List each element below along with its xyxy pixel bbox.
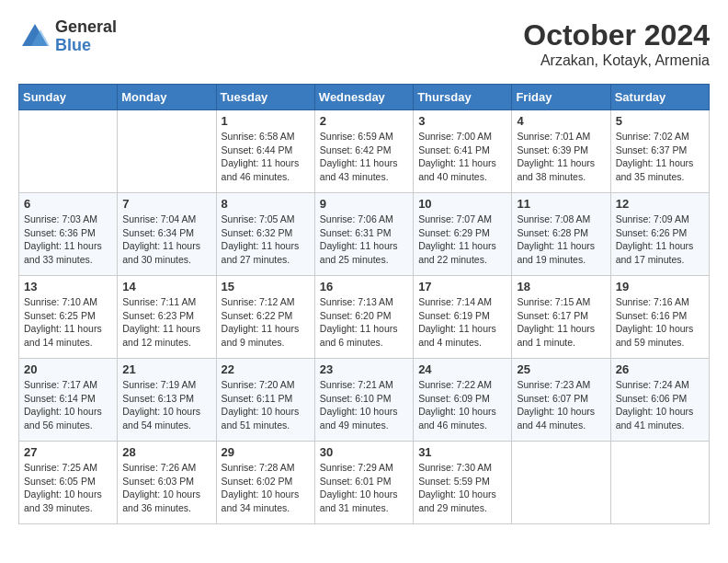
day-number: 12 <box>616 197 704 211</box>
calendar-cell: 6Sunrise: 7:03 AMSunset: 6:36 PMDaylight… <box>19 193 118 276</box>
cell-info: Sunrise: 7:05 AMSunset: 6:32 PMDaylight:… <box>222 213 310 267</box>
day-number: 29 <box>222 445 310 459</box>
day-number: 30 <box>320 445 408 459</box>
day-number: 11 <box>517 197 605 211</box>
cell-info: Sunrise: 7:09 AMSunset: 6:26 PMDaylight:… <box>616 213 704 267</box>
day-number: 24 <box>418 362 506 376</box>
calendar-cell: 4Sunrise: 7:01 AMSunset: 6:39 PMDaylight… <box>512 110 610 193</box>
calendar-cell <box>118 110 216 193</box>
cell-info: Sunrise: 7:28 AMSunset: 6:02 PMDaylight:… <box>222 461 310 515</box>
calendar-cell: 2Sunrise: 6:59 AMSunset: 6:42 PMDaylight… <box>314 110 413 193</box>
cell-info: Sunrise: 7:22 AMSunset: 6:09 PMDaylight:… <box>418 378 506 432</box>
day-number: 4 <box>517 114 605 128</box>
week-row-2: 6Sunrise: 7:03 AMSunset: 6:36 PMDaylight… <box>19 193 710 276</box>
day-number: 19 <box>616 280 704 293</box>
cell-info: Sunrise: 7:20 AMSunset: 6:11 PMDaylight:… <box>222 378 310 432</box>
calendar-cell: 8Sunrise: 7:05 AMSunset: 6:32 PMDaylight… <box>216 193 314 276</box>
day-number: 3 <box>418 114 506 128</box>
day-number: 5 <box>616 114 704 128</box>
calendar-cell: 18Sunrise: 7:15 AMSunset: 6:17 PMDayligh… <box>512 276 610 359</box>
calendar-cell: 26Sunrise: 7:24 AMSunset: 6:06 PMDayligh… <box>610 359 709 442</box>
calendar-cell: 16Sunrise: 7:13 AMSunset: 6:20 PMDayligh… <box>314 276 413 359</box>
cell-info: Sunrise: 7:01 AMSunset: 6:39 PMDaylight:… <box>517 130 605 184</box>
week-row-1: 1Sunrise: 6:58 AMSunset: 6:44 PMDaylight… <box>19 110 710 193</box>
calendar-cell: 14Sunrise: 7:11 AMSunset: 6:23 PMDayligh… <box>118 276 216 359</box>
day-number: 9 <box>320 197 408 211</box>
day-number: 27 <box>24 445 112 459</box>
logo-text: General Blue <box>55 18 117 55</box>
location-title: Arzakan, Kotayk, Armenia <box>523 52 710 69</box>
calendar-cell: 15Sunrise: 7:12 AMSunset: 6:22 PMDayligh… <box>216 276 314 359</box>
day-number: 21 <box>122 362 210 376</box>
month-title: October 2024 <box>523 18 710 52</box>
calendar-cell <box>512 442 610 524</box>
cell-info: Sunrise: 7:02 AMSunset: 6:37 PMDaylight:… <box>616 130 704 184</box>
cell-info: Sunrise: 6:58 AMSunset: 6:44 PMDaylight:… <box>222 130 310 184</box>
logo: General Blue <box>18 18 117 55</box>
cell-info: Sunrise: 7:23 AMSunset: 6:07 PMDaylight:… <box>517 378 605 432</box>
day-number: 14 <box>122 280 210 293</box>
calendar-cell <box>610 442 709 524</box>
day-number: 25 <box>517 362 605 376</box>
calendar-cell: 27Sunrise: 7:25 AMSunset: 6:05 PMDayligh… <box>19 442 118 524</box>
day-number: 2 <box>320 114 408 128</box>
cell-info: Sunrise: 7:24 AMSunset: 6:06 PMDaylight:… <box>616 378 704 432</box>
cell-info: Sunrise: 7:13 AMSunset: 6:20 PMDaylight:… <box>320 295 408 350</box>
calendar-cell: 24Sunrise: 7:22 AMSunset: 6:09 PMDayligh… <box>414 359 512 442</box>
day-number: 31 <box>418 445 506 459</box>
weekday-header-saturday: Saturday <box>610 85 709 110</box>
calendar-cell: 3Sunrise: 7:00 AMSunset: 6:41 PMDaylight… <box>414 110 512 193</box>
calendar-cell: 23Sunrise: 7:21 AMSunset: 6:10 PMDayligh… <box>314 359 413 442</box>
day-number: 1 <box>222 114 310 128</box>
weekday-header-thursday: Thursday <box>414 85 512 110</box>
cell-info: Sunrise: 7:14 AMSunset: 6:19 PMDaylight:… <box>418 295 506 350</box>
calendar-cell: 13Sunrise: 7:10 AMSunset: 6:25 PMDayligh… <box>19 276 118 359</box>
cell-info: Sunrise: 7:25 AMSunset: 6:05 PMDaylight:… <box>24 461 112 515</box>
weekday-header-friday: Friday <box>512 85 610 110</box>
calendar-cell: 28Sunrise: 7:26 AMSunset: 6:03 PMDayligh… <box>118 442 216 524</box>
day-number: 23 <box>320 362 408 376</box>
calendar-cell: 12Sunrise: 7:09 AMSunset: 6:26 PMDayligh… <box>610 193 709 276</box>
cell-info: Sunrise: 7:10 AMSunset: 6:25 PMDaylight:… <box>24 295 112 350</box>
weekday-header-row: SundayMondayTuesdayWednesdayThursdayFrid… <box>19 85 710 110</box>
day-number: 18 <box>517 280 605 293</box>
day-number: 8 <box>222 197 310 211</box>
calendar-cell: 9Sunrise: 7:06 AMSunset: 6:31 PMDaylight… <box>314 193 413 276</box>
calendar-cell: 1Sunrise: 6:58 AMSunset: 6:44 PMDaylight… <box>216 110 314 193</box>
weekday-header-sunday: Sunday <box>19 85 118 110</box>
day-number: 7 <box>122 197 210 211</box>
calendar-cell: 10Sunrise: 7:07 AMSunset: 6:29 PMDayligh… <box>414 193 512 276</box>
day-number: 10 <box>418 197 506 211</box>
cell-info: Sunrise: 7:11 AMSunset: 6:23 PMDaylight:… <box>122 295 210 350</box>
cell-info: Sunrise: 7:15 AMSunset: 6:17 PMDaylight:… <box>517 295 605 350</box>
day-number: 26 <box>616 362 704 376</box>
cell-info: Sunrise: 7:16 AMSunset: 6:16 PMDaylight:… <box>616 295 704 350</box>
day-number: 15 <box>222 280 310 293</box>
title-area: October 2024 Arzakan, Kotayk, Armenia <box>523 18 710 69</box>
cell-info: Sunrise: 7:03 AMSunset: 6:36 PMDaylight:… <box>24 213 112 267</box>
weekday-header-tuesday: Tuesday <box>216 85 314 110</box>
calendar-cell: 29Sunrise: 7:28 AMSunset: 6:02 PMDayligh… <box>216 442 314 524</box>
cell-info: Sunrise: 7:04 AMSunset: 6:34 PMDaylight:… <box>122 213 210 267</box>
logo-blue-text: Blue <box>55 37 117 55</box>
cell-info: Sunrise: 7:26 AMSunset: 6:03 PMDaylight:… <box>122 461 210 515</box>
cell-info: Sunrise: 7:08 AMSunset: 6:28 PMDaylight:… <box>517 213 605 267</box>
day-number: 17 <box>418 280 506 293</box>
calendar-cell <box>19 110 118 193</box>
calendar-cell: 7Sunrise: 7:04 AMSunset: 6:34 PMDaylight… <box>118 193 216 276</box>
weekday-header-monday: Monday <box>118 85 216 110</box>
week-row-3: 13Sunrise: 7:10 AMSunset: 6:25 PMDayligh… <box>19 276 710 359</box>
calendar-cell: 5Sunrise: 7:02 AMSunset: 6:37 PMDaylight… <box>610 110 709 193</box>
day-number: 16 <box>320 280 408 293</box>
logo-icon <box>18 20 51 53</box>
cell-info: Sunrise: 7:30 AMSunset: 5:59 PMDaylight:… <box>418 461 506 515</box>
day-number: 22 <box>222 362 310 376</box>
calendar-cell: 20Sunrise: 7:17 AMSunset: 6:14 PMDayligh… <box>19 359 118 442</box>
cell-info: Sunrise: 6:59 AMSunset: 6:42 PMDaylight:… <box>320 130 408 184</box>
calendar-cell: 21Sunrise: 7:19 AMSunset: 6:13 PMDayligh… <box>118 359 216 442</box>
cell-info: Sunrise: 7:06 AMSunset: 6:31 PMDaylight:… <box>320 213 408 267</box>
header: General Blue October 2024 Arzakan, Kotay… <box>18 18 710 69</box>
logo-general-text: General <box>55 18 117 37</box>
calendar-cell: 11Sunrise: 7:08 AMSunset: 6:28 PMDayligh… <box>512 193 610 276</box>
cell-info: Sunrise: 7:17 AMSunset: 6:14 PMDaylight:… <box>24 378 112 432</box>
